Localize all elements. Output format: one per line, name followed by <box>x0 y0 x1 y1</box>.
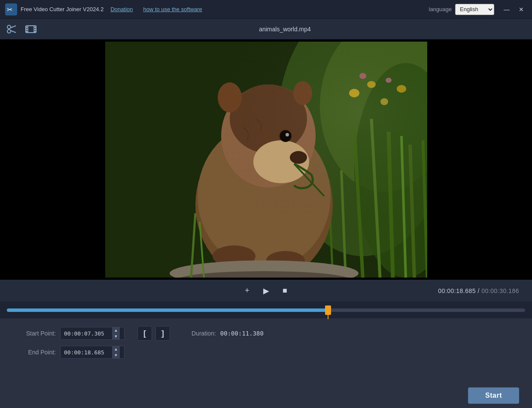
start-point-label: Start Point: <box>13 330 56 337</box>
close-button[interactable]: ✕ <box>516 4 527 15</box>
start-button[interactable]: Start <box>468 387 519 404</box>
total-time: 00:00:30.186 <box>481 287 519 294</box>
end-point-label: End Point: <box>13 349 56 356</box>
current-time: 00:00:18.685 <box>438 287 476 294</box>
start-point-input[interactable] <box>61 330 112 337</box>
svg-point-2 <box>7 25 11 29</box>
start-point-row: Start Point: ▲ ▼ [ ] Duration: 00:00:11.… <box>13 326 519 341</box>
app-icon: ✂ <box>5 3 17 15</box>
start-point-spinners: ▲ ▼ <box>112 327 120 339</box>
timeline-handle[interactable] <box>325 305 331 315</box>
duration-area: Duration: 00:00:11.380 <box>192 330 264 337</box>
minimize-button[interactable]: — <box>501 4 512 15</box>
playback-controls: + ▶ ■ 00:00:18.685 / 00:00:30.186 <box>0 280 532 302</box>
bracket-buttons: [ ] <box>137 326 170 341</box>
title-bar: ✂ Free Video Cutter Joiner V2024.2 Donat… <box>0 0 532 19</box>
svg-rect-9 <box>26 31 27 32</box>
language-area: language English <box>429 4 495 15</box>
bracket-open-button[interactable]: [ <box>137 326 152 341</box>
end-point-up[interactable]: ▲ <box>112 346 120 352</box>
play-button[interactable]: ▶ <box>257 281 276 300</box>
start-button-row: Start <box>0 383 532 408</box>
duration-value: 00:00:11.380 <box>220 330 264 337</box>
film-toolbar-icon[interactable] <box>23 21 39 37</box>
svg-rect-10 <box>34 27 36 28</box>
end-point-spinners: ▲ ▼ <box>112 346 120 358</box>
howto-link[interactable]: how to use the software <box>143 6 202 12</box>
time-separator: / <box>477 287 481 294</box>
video-frame <box>105 42 427 278</box>
timeline-track[interactable] <box>7 308 525 312</box>
stop-button[interactable]: ■ <box>276 281 295 300</box>
timeline-fill <box>7 308 328 312</box>
bottom-controls: Start Point: ▲ ▼ [ ] Duration: 00:00:11.… <box>0 318 532 383</box>
main-content: + ▶ ■ 00:00:18.685 / 00:00:30.186 Start … <box>0 39 532 408</box>
toolbar: animals_world.mp4 <box>0 19 532 39</box>
end-point-input[interactable] <box>61 349 112 356</box>
svg-text:✂: ✂ <box>7 6 12 13</box>
video-area <box>0 39 532 280</box>
svg-rect-12 <box>34 31 36 32</box>
start-point-down[interactable]: ▼ <box>112 333 120 339</box>
scissors-toolbar-icon[interactable] <box>4 21 20 37</box>
time-display: 00:00:18.685 / 00:00:30.186 <box>438 287 519 294</box>
svg-rect-8 <box>26 29 27 30</box>
duration-label: Duration: <box>192 330 216 337</box>
window-controls: — ✕ <box>501 4 527 15</box>
end-point-down[interactable]: ▼ <box>112 352 120 358</box>
end-point-row: End Point: ▲ ▼ <box>13 346 519 359</box>
filename-display: animals_world.mp4 <box>42 26 528 33</box>
svg-rect-11 <box>34 29 36 30</box>
donation-link[interactable]: Donation <box>110 6 133 12</box>
app-title: Free Video Cutter Joiner V2024.2 <box>21 6 103 12</box>
language-select[interactable]: English <box>455 4 494 15</box>
start-point-up[interactable]: ▲ <box>112 327 120 333</box>
svg-point-3 <box>7 30 11 33</box>
language-label: language <box>429 6 452 12</box>
bracket-close-button[interactable]: ] <box>155 326 170 341</box>
timeline-bar <box>0 302 532 318</box>
add-segment-button[interactable]: + <box>238 281 257 300</box>
svg-rect-7 <box>26 27 27 28</box>
svg-rect-51 <box>105 42 427 278</box>
end-point-input-wrap: ▲ ▼ <box>60 346 125 359</box>
start-point-input-wrap: ▲ ▼ <box>60 327 125 340</box>
